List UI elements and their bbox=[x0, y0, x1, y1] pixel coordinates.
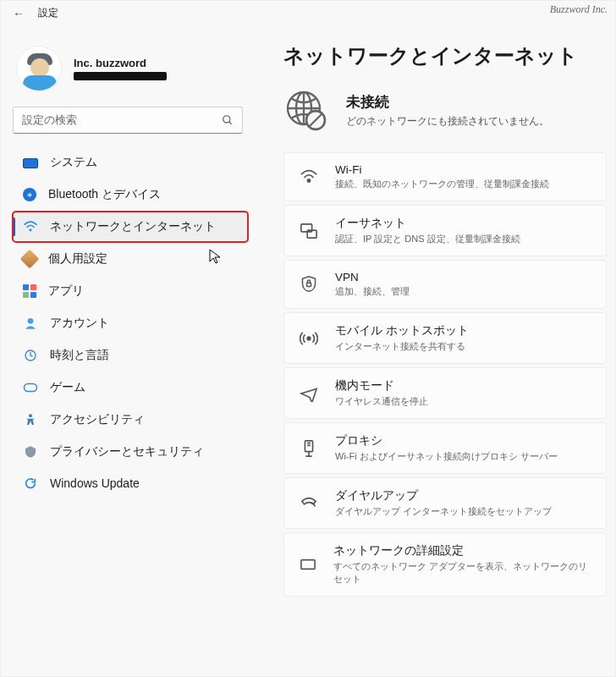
user-email-redacted bbox=[74, 72, 167, 80]
card-title: 機内モード bbox=[335, 378, 428, 394]
sidebar-item-time-language[interactable]: 時刻と言語 bbox=[13, 340, 248, 371]
svg-rect-5 bbox=[25, 384, 37, 392]
cycle-icon bbox=[23, 476, 38, 490]
svg-point-16 bbox=[307, 337, 311, 340]
bluetooth-icon: ⌖ bbox=[23, 188, 36, 201]
avatar bbox=[16, 46, 62, 91]
system-icon bbox=[23, 158, 38, 168]
shield-lock-icon bbox=[298, 275, 320, 294]
card-title: イーサネット bbox=[335, 216, 520, 231]
card-advanced[interactable]: ネットワークの詳細設定 すべてのネットワーク アダプターを表示、ネットワークのリ… bbox=[283, 532, 607, 597]
svg-point-12 bbox=[307, 179, 310, 182]
card-subtitle: インターネット接続を共有する bbox=[335, 340, 469, 353]
globe-clock-icon bbox=[23, 349, 38, 362]
app-title: 設定 bbox=[38, 6, 58, 20]
sidebar-item-label: Bluetooth とデバイス bbox=[48, 187, 161, 202]
status-subtitle: どのネットワークにも接続されていません。 bbox=[346, 114, 549, 129]
sidebar-item-system[interactable]: システム bbox=[13, 147, 248, 178]
sidebar-item-network[interactable]: ネットワークとインターネット bbox=[13, 212, 248, 242]
card-subtitle: 追加、接続、管理 bbox=[335, 285, 410, 298]
card-subtitle: すべてのネットワーク アダプターを表示、ネットワークのリセット bbox=[333, 560, 591, 586]
sidebar-item-gaming[interactable]: ゲーム bbox=[13, 372, 248, 403]
globe-disconnected-icon bbox=[283, 88, 327, 132]
svg-line-1 bbox=[229, 122, 232, 124]
wifi-icon bbox=[23, 220, 38, 234]
sidebar-item-accessibility[interactable]: アクセシビリティ bbox=[13, 405, 248, 435]
card-ethernet[interactable]: イーサネット 認証、IP 設定と DNS 設定、従量制課金接続 bbox=[283, 205, 607, 256]
sidebar-item-label: 時刻と言語 bbox=[50, 348, 109, 363]
card-subtitle: Wi-Fi およびイーサネット接続向けプロキシ サーバー bbox=[335, 450, 558, 463]
sidebar-item-accounts[interactable]: アカウント bbox=[13, 308, 248, 338]
sidebar-item-label: プライバシーとセキュリティ bbox=[50, 444, 204, 460]
search-input[interactable]: 設定の検索 bbox=[13, 107, 243, 134]
card-title: ネットワークの詳細設定 bbox=[333, 543, 591, 559]
advanced-icon bbox=[298, 557, 318, 572]
card-subtitle: ワイヤレス通信を停止 bbox=[335, 395, 428, 408]
wifi-icon bbox=[298, 169, 320, 184]
accessibility-icon bbox=[23, 413, 38, 427]
card-subtitle: 認証、IP 設定と DNS 設定、従量制課金接続 bbox=[335, 233, 520, 245]
svg-point-2 bbox=[30, 228, 32, 231]
svg-point-0 bbox=[223, 116, 230, 123]
card-airplane[interactable]: 機内モード ワイヤレス通信を停止 bbox=[283, 367, 607, 419]
card-title: モバイル ホットスポット bbox=[335, 323, 469, 338]
svg-rect-15 bbox=[307, 283, 311, 286]
settings-cards: Wi-Fi 接続、既知のネットワークの管理、従量制課金接続 イーサネット 認証、… bbox=[283, 152, 607, 597]
svg-point-6 bbox=[29, 414, 32, 417]
sidebar: Inc. buzzword 設定の検索 システム ⌖ Bluetooth とデバ… bbox=[1, 24, 255, 676]
phone-icon bbox=[298, 496, 320, 511]
hotspot-icon bbox=[298, 330, 320, 347]
card-dialup[interactable]: ダイヤルアップ ダイヤルアップ インターネット接続をセットアップ bbox=[283, 477, 607, 529]
brand-watermark: Buzzword Inc. bbox=[550, 3, 608, 16]
svg-point-3 bbox=[28, 318, 34, 324]
main-panel: ネットワークとインターネット 未接続 どのネットワークにも接続されていません。 bbox=[255, 24, 615, 676]
nav: システム ⌖ Bluetooth とデバイス ネットワークとインターネット 個人… bbox=[13, 147, 248, 498]
search-placeholder: 設定の検索 bbox=[22, 113, 77, 128]
sidebar-item-bluetooth[interactable]: ⌖ Bluetooth とデバイス bbox=[13, 179, 248, 210]
card-wifi[interactable]: Wi-Fi 接続、既知のネットワークの管理、従量制課金接続 bbox=[283, 152, 607, 201]
brush-icon bbox=[20, 250, 40, 269]
back-button[interactable]: ← bbox=[13, 7, 25, 20]
card-title: ダイヤルアップ bbox=[335, 488, 552, 504]
card-title: VPN bbox=[335, 271, 410, 283]
sidebar-item-label: ゲーム bbox=[50, 380, 85, 395]
sidebar-item-label: ネットワークとインターネット bbox=[50, 219, 216, 234]
card-subtitle: ダイヤルアップ インターネット接続をセットアップ bbox=[335, 505, 552, 518]
ethernet-icon bbox=[298, 223, 320, 239]
gamepad-icon bbox=[23, 381, 38, 394]
sidebar-item-label: アプリ bbox=[48, 283, 84, 299]
status-title: 未接続 bbox=[346, 92, 549, 112]
shield-icon bbox=[23, 445, 38, 459]
card-hotspot[interactable]: モバイル ホットスポット インターネット接続を共有する bbox=[283, 312, 607, 364]
svg-rect-18 bbox=[301, 560, 315, 570]
user-name: Inc. buzzword bbox=[74, 57, 167, 69]
title-bar: ← 設定 bbox=[1, 1, 615, 24]
proxy-icon bbox=[298, 439, 320, 458]
sidebar-item-apps[interactable]: アプリ bbox=[13, 276, 248, 306]
sidebar-item-privacy[interactable]: プライバシーとセキュリティ bbox=[13, 437, 248, 467]
apps-icon bbox=[23, 284, 36, 298]
sidebar-item-windows-update[interactable]: Windows Update bbox=[13, 469, 248, 498]
search-icon bbox=[222, 114, 234, 126]
card-subtitle: 接続、既知のネットワークの管理、従量制課金接続 bbox=[335, 178, 549, 190]
card-title: プロキシ bbox=[335, 433, 558, 449]
card-vpn[interactable]: VPN 追加、接続、管理 bbox=[283, 260, 607, 309]
cursor-pointer-icon bbox=[209, 249, 223, 264]
airplane-icon bbox=[298, 385, 320, 402]
page-heading: ネットワークとインターネット bbox=[283, 42, 607, 69]
sidebar-item-label: システム bbox=[50, 155, 97, 170]
network-status: 未接続 どのネットワークにも接続されていません。 bbox=[283, 88, 607, 132]
sidebar-item-label: Windows Update bbox=[50, 476, 140, 490]
account-icon bbox=[23, 316, 38, 330]
svg-rect-17 bbox=[305, 440, 312, 451]
user-block[interactable]: Inc. buzzword bbox=[13, 39, 248, 107]
sidebar-item-label: アクセシビリティ bbox=[50, 412, 145, 427]
sidebar-item-label: 個人用設定 bbox=[48, 251, 107, 267]
card-proxy[interactable]: プロキシ Wi-Fi およびイーサネット接続向けプロキシ サーバー bbox=[283, 422, 607, 474]
sidebar-item-label: アカウント bbox=[50, 316, 109, 331]
card-title: Wi-Fi bbox=[335, 163, 549, 176]
